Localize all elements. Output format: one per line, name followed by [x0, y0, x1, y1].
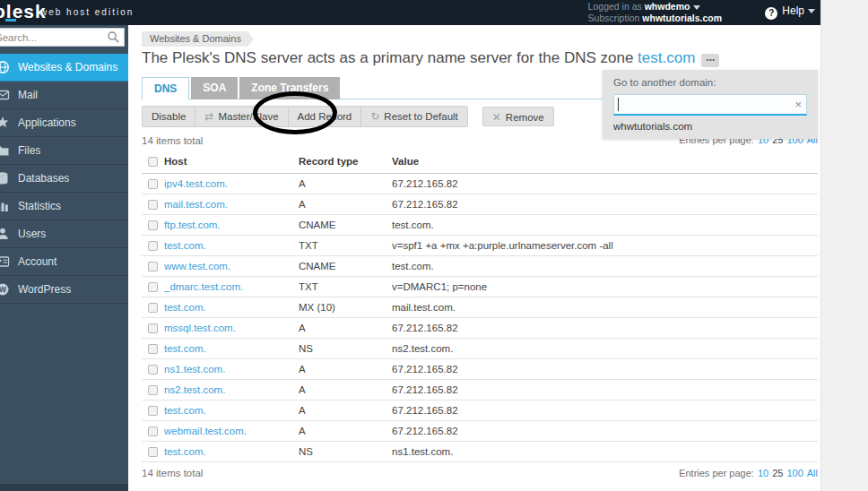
- record-type-cell: TXT: [299, 281, 318, 292]
- sidebar-item-label: Applications: [18, 116, 76, 129]
- toolbar-button-group: Disable ⇄Master/Slave Add Record ↻Reset …: [142, 106, 468, 127]
- table-row: test.com. NS ns1.test.com.: [128, 442, 820, 462]
- select-all-checkbox[interactable]: [148, 157, 158, 167]
- tab-zone-transfers[interactable]: Zone Transfers: [239, 77, 340, 99]
- sidebar-item-label: Users: [18, 228, 46, 240]
- mail-icon: [0, 88, 10, 102]
- sidebar-bottom-strip: [0, 484, 128, 491]
- page-size-option-all[interactable]: All: [807, 468, 818, 478]
- breadcrumb[interactable]: Websites & Domains: [142, 31, 254, 47]
- sidebar-item-users[interactable]: Users: [0, 220, 128, 248]
- sidebar-item-mail[interactable]: Mail: [0, 82, 128, 109]
- chevron-down-icon: [693, 5, 700, 10]
- remove-button[interactable]: ✕Remove: [482, 107, 554, 126]
- dns-toolbar: Disable ⇄Master/Slave Add Record ↻Reset …: [142, 106, 554, 127]
- reset-to-default-button[interactable]: ↻Reset to Default: [361, 107, 467, 126]
- search-icon[interactable]: [107, 30, 120, 44]
- row-checkbox[interactable]: [148, 262, 158, 271]
- user-block: Logged in as whwdemo Subscription whwtut…: [588, 1, 722, 24]
- host-link[interactable]: ftp.test.com.: [164, 220, 221, 230]
- page-right-strip: [820, 0, 868, 491]
- tab-soa[interactable]: SOA: [191, 77, 238, 99]
- row-checkbox[interactable]: [148, 426, 158, 436]
- column-header-host: Host: [164, 156, 187, 167]
- row-checkbox[interactable]: [148, 385, 158, 395]
- record-type-cell: CNAME: [299, 261, 336, 271]
- value-cell: v=spf1 +a +mx +a:purple.urlnameserver.co…: [392, 240, 613, 251]
- reset-icon: ↻: [370, 110, 379, 123]
- row-checkbox[interactable]: [148, 282, 158, 292]
- record-type-cell: NS: [299, 446, 313, 457]
- table-row: test.com. TXT v=spf1 +a +mx +a:purple.ur…: [128, 236, 820, 256]
- sidebar-menu: Websites & DomainsMailApplicationsFilesD…: [0, 54, 128, 304]
- subscription-value: whwtutorials.com: [642, 13, 722, 23]
- table-row: _dmarc.test.com. TXT v=DMARC1; p=none: [128, 277, 820, 297]
- table-row: ftp.test.com. CNAME test.com.: [128, 215, 820, 236]
- help-menu[interactable]: ?Help: [765, 4, 815, 20]
- value-cell: 67.212.165.82: [392, 178, 458, 189]
- sidebar-item-databases[interactable]: Databases: [0, 165, 128, 193]
- goto-domain-panel: Go to another domain: × whwtutorials.com: [603, 70, 818, 139]
- table-row: ipv4.test.com. A 67.212.165.82: [128, 174, 820, 194]
- host-link[interactable]: test.com.: [164, 240, 206, 251]
- host-link[interactable]: test.com.: [164, 405, 206, 416]
- host-link[interactable]: test.com.: [164, 343, 206, 354]
- table-row: webmail.test.com. A 67.212.165.82: [128, 421, 820, 442]
- logged-in-user-menu[interactable]: whwdemo: [645, 1, 690, 12]
- sidebar-item-statistics[interactable]: Statistics: [0, 193, 128, 220]
- dns-zone-domain-link[interactable]: test.com: [638, 49, 695, 66]
- record-type-cell: TXT: [299, 240, 318, 251]
- host-link[interactable]: www.test.com.: [164, 261, 230, 271]
- sidebar-item-wordpress[interactable]: WWordPress: [0, 276, 128, 304]
- dns-table-body: ipv4.test.com. A 67.212.165.82 mail.test…: [128, 174, 820, 462]
- sidebar-item-label: Databases: [18, 172, 69, 185]
- row-checkbox[interactable]: [148, 220, 158, 230]
- row-checkbox[interactable]: [148, 406, 158, 416]
- master-slave-button[interactable]: ⇄Master/Slave: [195, 107, 288, 126]
- host-link[interactable]: _dmarc.test.com.: [164, 281, 243, 292]
- row-checkbox[interactable]: [148, 303, 158, 313]
- table-row: www.test.com. CNAME test.com.: [128, 256, 820, 277]
- sidebar-item-applications[interactable]: Applications: [0, 109, 128, 137]
- sidebar: Websites & DomainsMailApplicationsFilesD…: [0, 25, 128, 491]
- record-type-cell: NS: [299, 343, 313, 354]
- sidebar-item-websites-domains[interactable]: Websites & Domains: [0, 54, 128, 82]
- row-checkbox[interactable]: [148, 241, 158, 251]
- goto-domain-suggestion[interactable]: whwtutorials.com: [613, 121, 692, 132]
- page-size-option-10[interactable]: 10: [758, 468, 768, 478]
- value-cell: ns1.test.com.: [392, 446, 453, 457]
- host-link[interactable]: mail.test.com.: [164, 199, 228, 210]
- host-link[interactable]: ipv4.test.com.: [164, 178, 228, 189]
- row-checkbox[interactable]: [148, 447, 158, 457]
- disable-button[interactable]: Disable: [143, 107, 195, 126]
- row-checkbox[interactable]: [148, 344, 158, 354]
- host-link[interactable]: test.com.: [164, 446, 206, 457]
- add-record-button[interactable]: Add Record: [289, 107, 362, 126]
- domain-more-button[interactable]: ...: [701, 54, 719, 67]
- goto-domain-label: Go to another domain:: [613, 77, 716, 88]
- page-title: The Plesk's DNS server acts as a primary…: [142, 49, 719, 67]
- host-link[interactable]: test.com.: [164, 302, 206, 313]
- sidebar-item-files[interactable]: Files: [0, 137, 128, 165]
- files-icon: [0, 143, 10, 158]
- table-row: ns2.test.com. A 67.212.165.82: [128, 380, 820, 401]
- page-size-option-25: 25: [772, 468, 783, 478]
- goto-domain-input[interactable]: [613, 94, 807, 116]
- sidebar-item-account[interactable]: Account: [0, 248, 128, 276]
- row-checkbox[interactable]: [148, 323, 158, 333]
- tab-dns[interactable]: DNS: [142, 77, 189, 99]
- row-checkbox[interactable]: [148, 365, 158, 375]
- row-checkbox[interactable]: [148, 200, 158, 210]
- page-size-option-100[interactable]: 100: [786, 468, 803, 478]
- record-type-cell: A: [299, 364, 306, 375]
- host-link[interactable]: mssql.test.com.: [164, 323, 236, 333]
- host-link[interactable]: ns2.test.com.: [164, 384, 225, 395]
- row-checkbox[interactable]: [148, 179, 158, 189]
- host-link[interactable]: ns1.test.com.: [164, 364, 225, 375]
- value-cell: test.com.: [392, 261, 434, 271]
- items-total-top: 14 items total: [142, 135, 203, 146]
- host-link[interactable]: webmail.test.com.: [164, 426, 247, 436]
- clear-icon[interactable]: ×: [794, 98, 802, 111]
- value-cell: 67.212.165.82: [392, 199, 458, 210]
- table-row: mssql.test.com. A 67.212.165.82: [128, 318, 820, 339]
